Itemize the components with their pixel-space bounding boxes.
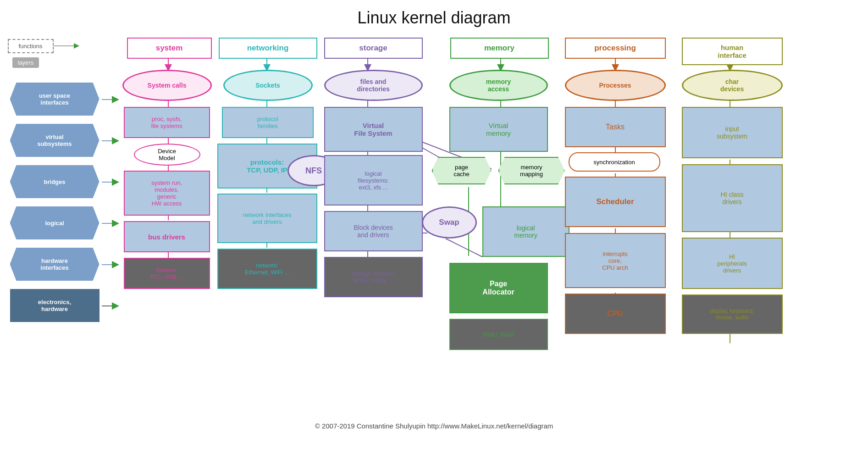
storage-devices: storage devices:SCSI, NVMe ... bbox=[324, 257, 423, 297]
processing-header: processing bbox=[565, 38, 666, 59]
tasks: Tasks bbox=[565, 107, 666, 147]
sidebar-item-hardware-interfaces: hardwareinterfaces bbox=[10, 248, 100, 281]
sidebar-item-bridges: bridges bbox=[10, 165, 100, 198]
virtual-file-system: VirtualFile System bbox=[324, 107, 423, 152]
proc-sysfs: proc, sysfs,file systems bbox=[124, 107, 210, 138]
interrupts-core-cpu: interruptscore,CPU arch bbox=[565, 233, 666, 288]
footer: © 2007-2019 Constantine Shulyupin http:/… bbox=[0, 413, 868, 434]
diagram-wrapper: functions layers user spaceinterfaces vi… bbox=[6, 32, 863, 413]
sockets: Sockets bbox=[223, 70, 313, 101]
memory-mapping: memorymapping bbox=[498, 157, 565, 184]
page-allocator: PageAllocator bbox=[449, 263, 548, 313]
functions-label: functions bbox=[18, 43, 42, 50]
human-interface-header: humaninterface bbox=[682, 38, 783, 65]
busess-pci-usb: busess:PCI, USB ... bbox=[124, 258, 210, 289]
system-calls: System calls bbox=[122, 70, 212, 101]
swap: Swap bbox=[422, 206, 477, 239]
scheduler: Scheduler bbox=[565, 177, 666, 227]
memory-header: memory bbox=[450, 38, 549, 59]
sidebar-item-virtual-subsystems: virtualsubsystems bbox=[10, 124, 100, 157]
memory-access: memoryaccess bbox=[449, 70, 548, 101]
networking-header: networking bbox=[219, 38, 317, 59]
files-and-directories: files anddirectories bbox=[324, 70, 423, 101]
hi-peripherals-drivers: HIperipheralsdrivers bbox=[682, 238, 783, 289]
char-devices: chardevices bbox=[682, 70, 783, 101]
network-interfaces-drivers: network interfacesand drivers bbox=[217, 194, 317, 243]
functions-box: functions bbox=[8, 39, 54, 53]
device-model: DeviceModel bbox=[134, 144, 200, 166]
logical-memory: logicalmemory bbox=[482, 206, 569, 257]
system-header: system bbox=[127, 38, 212, 59]
sidebar-item-user-space: user spaceinterfaces bbox=[10, 83, 100, 116]
layers-label: layers bbox=[12, 57, 39, 68]
system-run-modules: system run,modules,genericHW access bbox=[124, 171, 210, 216]
page-title: Linux kernel diagram bbox=[0, 0, 868, 32]
sidebar-item-electronics: electronics,hardware bbox=[10, 289, 100, 322]
sidebar-item-logical: logical bbox=[10, 206, 100, 239]
processes: Processes bbox=[565, 70, 666, 101]
hi-class-drivers: HI classdrivers bbox=[682, 164, 783, 232]
cpu: CPU bbox=[565, 294, 666, 334]
page-cache: pagecache bbox=[432, 157, 492, 184]
display-keyboard-mouse: display, keyboard,mouse, audio bbox=[682, 294, 783, 334]
input-subsystem: inputsubsystem bbox=[682, 107, 783, 158]
synchronization: synchronization bbox=[569, 152, 660, 172]
virtual-memory: Virtualmemory bbox=[449, 107, 548, 152]
storage-header: storage bbox=[324, 38, 423, 59]
svg-line-36 bbox=[446, 239, 482, 257]
logical-filesystems: logicalfilesystems:ext3, xfs ... bbox=[324, 155, 423, 206]
mmu-ram: MMU, RAM bbox=[449, 319, 548, 350]
network-ethernet-wifi: network:Ethernet, WiFi ... bbox=[217, 249, 317, 289]
block-devices-drivers: Block devicesand drivers bbox=[324, 211, 423, 251]
protocol-families: protocolfamilies bbox=[222, 107, 314, 138]
bus-drivers: bus drivers bbox=[124, 221, 210, 252]
